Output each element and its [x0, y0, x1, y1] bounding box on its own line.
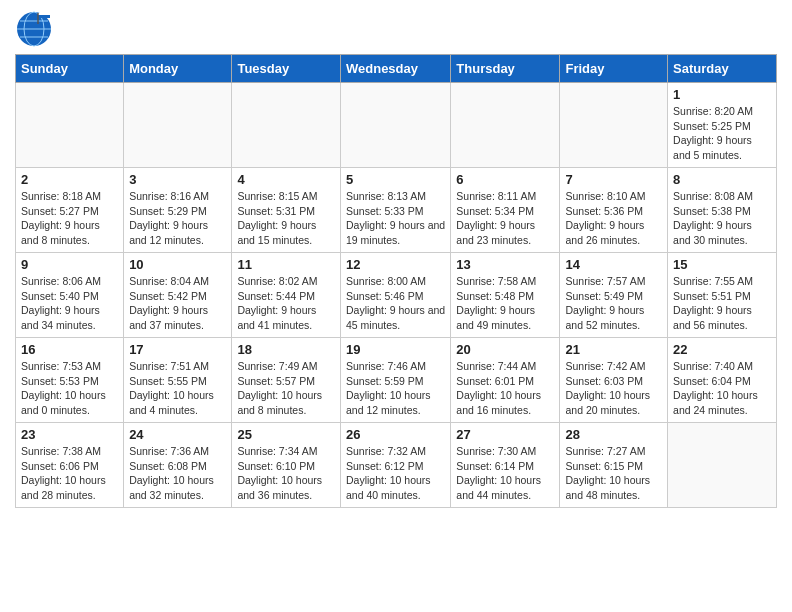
day-number: 14 — [565, 257, 662, 272]
calendar-day-cell: 5Sunrise: 8:13 AM Sunset: 5:33 PM Daylig… — [340, 168, 450, 253]
day-info: Sunrise: 8:02 AM Sunset: 5:44 PM Dayligh… — [237, 274, 335, 333]
day-info: Sunrise: 7:38 AM Sunset: 6:06 PM Dayligh… — [21, 444, 118, 503]
day-number: 1 — [673, 87, 771, 102]
day-info: Sunrise: 7:27 AM Sunset: 6:15 PM Dayligh… — [565, 444, 662, 503]
calendar-day-cell: 12Sunrise: 8:00 AM Sunset: 5:46 PM Dayli… — [340, 253, 450, 338]
day-number: 5 — [346, 172, 445, 187]
calendar-day-cell: 6Sunrise: 8:11 AM Sunset: 5:34 PM Daylig… — [451, 168, 560, 253]
day-info: Sunrise: 8:18 AM Sunset: 5:27 PM Dayligh… — [21, 189, 118, 248]
day-number: 3 — [129, 172, 226, 187]
calendar-day-cell — [232, 83, 341, 168]
calendar-day-cell: 14Sunrise: 7:57 AM Sunset: 5:49 PM Dayli… — [560, 253, 668, 338]
day-info: Sunrise: 7:34 AM Sunset: 6:10 PM Dayligh… — [237, 444, 335, 503]
weekday-header: Monday — [124, 55, 232, 83]
calendar-day-cell: 2Sunrise: 8:18 AM Sunset: 5:27 PM Daylig… — [16, 168, 124, 253]
day-info: Sunrise: 8:00 AM Sunset: 5:46 PM Dayligh… — [346, 274, 445, 333]
calendar-week-row: 16Sunrise: 7:53 AM Sunset: 5:53 PM Dayli… — [16, 338, 777, 423]
calendar-day-cell: 26Sunrise: 7:32 AM Sunset: 6:12 PM Dayli… — [340, 423, 450, 508]
day-info: Sunrise: 7:55 AM Sunset: 5:51 PM Dayligh… — [673, 274, 771, 333]
calendar-day-cell: 16Sunrise: 7:53 AM Sunset: 5:53 PM Dayli… — [16, 338, 124, 423]
day-number: 17 — [129, 342, 226, 357]
day-number: 10 — [129, 257, 226, 272]
calendar-day-cell: 9Sunrise: 8:06 AM Sunset: 5:40 PM Daylig… — [16, 253, 124, 338]
day-number: 27 — [456, 427, 554, 442]
calendar-day-cell: 13Sunrise: 7:58 AM Sunset: 5:48 PM Dayli… — [451, 253, 560, 338]
day-info: Sunrise: 7:53 AM Sunset: 5:53 PM Dayligh… — [21, 359, 118, 418]
day-number: 8 — [673, 172, 771, 187]
page: SundayMondayTuesdayWednesdayThursdayFrid… — [0, 0, 792, 612]
day-info: Sunrise: 8:16 AM Sunset: 5:29 PM Dayligh… — [129, 189, 226, 248]
day-number: 7 — [565, 172, 662, 187]
calendar-day-cell — [124, 83, 232, 168]
day-info: Sunrise: 8:15 AM Sunset: 5:31 PM Dayligh… — [237, 189, 335, 248]
logo-globe-svg — [15, 10, 53, 48]
weekday-header: Wednesday — [340, 55, 450, 83]
weekday-header: Saturday — [668, 55, 777, 83]
calendar-day-cell: 7Sunrise: 8:10 AM Sunset: 5:36 PM Daylig… — [560, 168, 668, 253]
calendar-day-cell: 27Sunrise: 7:30 AM Sunset: 6:14 PM Dayli… — [451, 423, 560, 508]
calendar-day-cell: 3Sunrise: 8:16 AM Sunset: 5:29 PM Daylig… — [124, 168, 232, 253]
weekday-header: Tuesday — [232, 55, 341, 83]
day-info: Sunrise: 8:10 AM Sunset: 5:36 PM Dayligh… — [565, 189, 662, 248]
day-info: Sunrise: 7:32 AM Sunset: 6:12 PM Dayligh… — [346, 444, 445, 503]
calendar-week-row: 9Sunrise: 8:06 AM Sunset: 5:40 PM Daylig… — [16, 253, 777, 338]
day-info: Sunrise: 7:49 AM Sunset: 5:57 PM Dayligh… — [237, 359, 335, 418]
day-info: Sunrise: 8:06 AM Sunset: 5:40 PM Dayligh… — [21, 274, 118, 333]
day-info: Sunrise: 8:08 AM Sunset: 5:38 PM Dayligh… — [673, 189, 771, 248]
day-number: 15 — [673, 257, 771, 272]
calendar-day-cell: 21Sunrise: 7:42 AM Sunset: 6:03 PM Dayli… — [560, 338, 668, 423]
calendar-day-cell: 10Sunrise: 8:04 AM Sunset: 5:42 PM Dayli… — [124, 253, 232, 338]
calendar-day-cell: 20Sunrise: 7:44 AM Sunset: 6:01 PM Dayli… — [451, 338, 560, 423]
day-number: 12 — [346, 257, 445, 272]
calendar-day-cell — [340, 83, 450, 168]
weekday-header: Thursday — [451, 55, 560, 83]
day-number: 18 — [237, 342, 335, 357]
day-info: Sunrise: 7:46 AM Sunset: 5:59 PM Dayligh… — [346, 359, 445, 418]
calendar-week-row: 1Sunrise: 8:20 AM Sunset: 5:25 PM Daylig… — [16, 83, 777, 168]
calendar-day-cell: 28Sunrise: 7:27 AM Sunset: 6:15 PM Dayli… — [560, 423, 668, 508]
day-info: Sunrise: 8:11 AM Sunset: 5:34 PM Dayligh… — [456, 189, 554, 248]
day-info: Sunrise: 7:57 AM Sunset: 5:49 PM Dayligh… — [565, 274, 662, 333]
calendar-body: 1Sunrise: 8:20 AM Sunset: 5:25 PM Daylig… — [16, 83, 777, 508]
calendar-day-cell — [451, 83, 560, 168]
day-info: Sunrise: 7:51 AM Sunset: 5:55 PM Dayligh… — [129, 359, 226, 418]
day-number: 23 — [21, 427, 118, 442]
calendar-header: SundayMondayTuesdayWednesdayThursdayFrid… — [16, 55, 777, 83]
day-number: 4 — [237, 172, 335, 187]
day-info: Sunrise: 7:30 AM Sunset: 6:14 PM Dayligh… — [456, 444, 554, 503]
calendar-day-cell: 17Sunrise: 7:51 AM Sunset: 5:55 PM Dayli… — [124, 338, 232, 423]
calendar-day-cell: 15Sunrise: 7:55 AM Sunset: 5:51 PM Dayli… — [668, 253, 777, 338]
day-number: 16 — [21, 342, 118, 357]
calendar-day-cell: 23Sunrise: 7:38 AM Sunset: 6:06 PM Dayli… — [16, 423, 124, 508]
calendar-day-cell: 25Sunrise: 7:34 AM Sunset: 6:10 PM Dayli… — [232, 423, 341, 508]
calendar-week-row: 23Sunrise: 7:38 AM Sunset: 6:06 PM Dayli… — [16, 423, 777, 508]
weekday-header: Sunday — [16, 55, 124, 83]
calendar-day-cell: 8Sunrise: 8:08 AM Sunset: 5:38 PM Daylig… — [668, 168, 777, 253]
calendar-table: SundayMondayTuesdayWednesdayThursdayFrid… — [15, 54, 777, 508]
calendar-day-cell: 19Sunrise: 7:46 AM Sunset: 5:59 PM Dayli… — [340, 338, 450, 423]
day-number: 11 — [237, 257, 335, 272]
day-info: Sunrise: 8:13 AM Sunset: 5:33 PM Dayligh… — [346, 189, 445, 248]
day-info: Sunrise: 7:36 AM Sunset: 6:08 PM Dayligh… — [129, 444, 226, 503]
weekday-header: Friday — [560, 55, 668, 83]
day-info: Sunrise: 7:44 AM Sunset: 6:01 PM Dayligh… — [456, 359, 554, 418]
day-number: 20 — [456, 342, 554, 357]
header — [15, 10, 777, 46]
calendar-day-cell: 4Sunrise: 8:15 AM Sunset: 5:31 PM Daylig… — [232, 168, 341, 253]
svg-rect-6 — [38, 13, 50, 15]
day-number: 2 — [21, 172, 118, 187]
calendar-day-cell: 18Sunrise: 7:49 AM Sunset: 5:57 PM Dayli… — [232, 338, 341, 423]
logo — [15, 10, 55, 46]
calendar-day-cell — [668, 423, 777, 508]
day-info: Sunrise: 8:04 AM Sunset: 5:42 PM Dayligh… — [129, 274, 226, 333]
day-number: 22 — [673, 342, 771, 357]
day-number: 6 — [456, 172, 554, 187]
day-number: 21 — [565, 342, 662, 357]
day-number: 28 — [565, 427, 662, 442]
logo-icon — [15, 10, 51, 46]
calendar-day-cell: 24Sunrise: 7:36 AM Sunset: 6:08 PM Dayli… — [124, 423, 232, 508]
day-number: 19 — [346, 342, 445, 357]
day-number: 24 — [129, 427, 226, 442]
calendar-week-row: 2Sunrise: 8:18 AM Sunset: 5:27 PM Daylig… — [16, 168, 777, 253]
calendar-day-cell: 22Sunrise: 7:40 AM Sunset: 6:04 PM Dayli… — [668, 338, 777, 423]
